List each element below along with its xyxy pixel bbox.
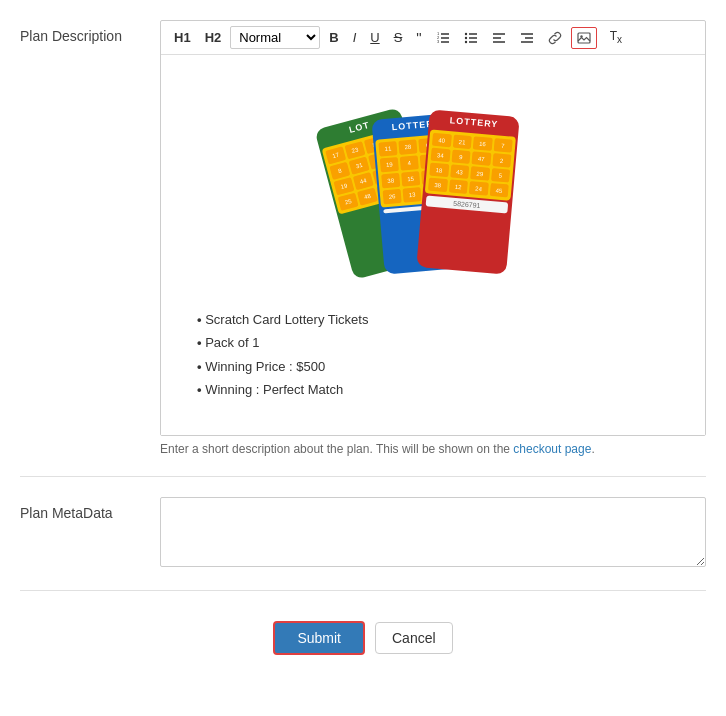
plan-description-label-text: Plan Description [20,28,122,44]
bullet-item-1: Scratch Card Lottery Tickets [197,308,689,331]
svg-point-10 [464,36,466,38]
plan-description-label: Plan Description [20,20,160,44]
rich-text-editor: H1 H2 Normal Heading 1 Heading 2 Heading… [160,20,706,436]
hint-text-before: Enter a short description about the plan… [160,442,513,456]
bullet-item-3: Winning Price : $500 [197,355,689,378]
bullet-item-4: Winning : Perfect Match [197,378,689,401]
ordered-list-button[interactable]: 123 [431,28,455,48]
svg-point-11 [464,40,466,42]
underline-icon: U [370,30,379,45]
editor-toolbar: H1 H2 Normal Heading 1 Heading 2 Heading… [161,21,705,55]
underline-button[interactable]: U [365,27,384,48]
link-button[interactable] [543,28,567,48]
plan-metadata-label-text: Plan MetaData [20,505,113,521]
form-buttons: Submit Cancel [20,611,706,655]
plan-description-row: Plan Description H1 H2 Normal Heading 1 … [20,20,706,477]
format-select[interactable]: Normal Heading 1 Heading 2 Heading 3 [230,26,320,49]
quote-icon: " [416,29,421,46]
bullet-list: Scratch Card Lottery Tickets Pack of 1 W… [177,300,689,410]
bullet-item-2: Pack of 1 [197,331,689,354]
align-right-icon [520,31,534,45]
strikethrough-button[interactable]: S [389,27,408,48]
lottery-image-area: LOT 17 23 5 12 8 31 14 2 19 [177,71,689,284]
align-left-icon [492,31,506,45]
strikethrough-icon: S [394,30,403,45]
svg-rect-18 [578,33,590,43]
editor-body[interactable]: LOT 17 23 5 12 8 31 14 2 19 [161,55,705,435]
description-hint: Enter a short description about the plan… [160,442,706,456]
unordered-list-button[interactable] [459,28,483,48]
h1-button[interactable]: H1 [169,27,196,48]
svg-point-9 [464,32,466,34]
metadata-field-container [160,497,706,570]
lottery-card-red: LOTTERY 40 21 16 7 34 9 47 2 18 [416,109,519,274]
italic-button[interactable]: I [348,27,362,48]
blockquote-button[interactable]: " [411,26,426,49]
h2-button[interactable]: H2 [200,27,227,48]
plan-metadata-input[interactable] [160,497,706,567]
unordered-list-icon [464,31,478,45]
image-icon [577,31,591,45]
hint-highlight: checkout page [513,442,591,456]
svg-text:3: 3 [437,39,440,44]
align-left-button[interactable] [487,28,511,48]
submit-button[interactable]: Submit [273,621,365,655]
hint-text-after: . [591,442,594,456]
ordered-list-icon: 123 [436,31,450,45]
bold-button[interactable]: B [324,27,343,48]
link-icon [548,31,562,45]
plan-metadata-row: Plan MetaData [20,497,706,591]
plan-metadata-label: Plan MetaData [20,497,160,521]
image-button[interactable] [571,27,597,49]
editor-container: H1 H2 Normal Heading 1 Heading 2 Heading… [160,20,706,456]
bold-icon: B [329,30,338,45]
cancel-button[interactable]: Cancel [375,622,453,654]
align-right-button[interactable] [515,28,539,48]
clear-format-button[interactable]: Tx [605,26,627,48]
italic-icon: I [353,30,357,45]
clear-format-icon: Tx [610,29,622,45]
